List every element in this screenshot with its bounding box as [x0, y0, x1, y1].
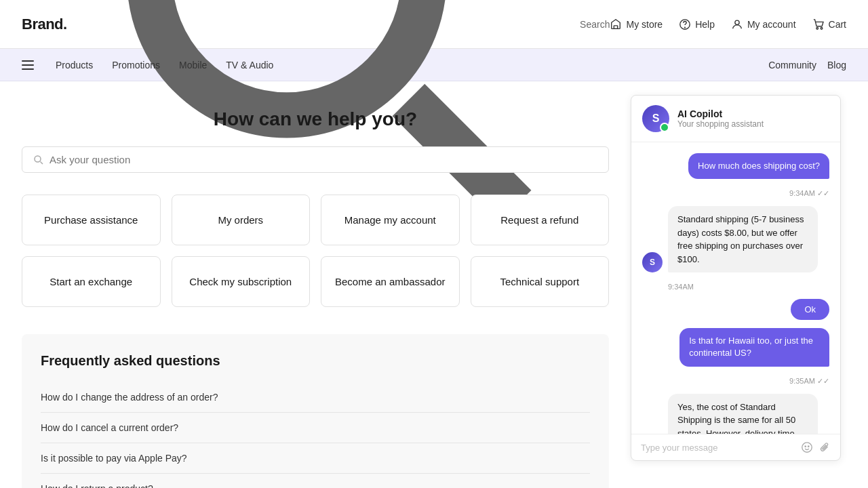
svg-point-5	[735, 20, 739, 24]
cart-icon	[812, 18, 825, 30]
svg-point-8	[35, 156, 41, 162]
navbar-item-products[interactable]: Products	[47, 56, 101, 75]
chat-header-info: AI Copilot Your shopping assistant	[677, 108, 764, 129]
online-badge	[660, 123, 669, 132]
store-icon	[610, 18, 622, 30]
attachment-icon	[818, 441, 831, 453]
header: Brand. Search My store Help	[0, 0, 868, 49]
bot-message-2: Standard shipping (5-7 business days) co…	[668, 206, 818, 272]
chat-messages: How much does shipping cost? 9:34AM ✓✓ S…	[631, 142, 840, 434]
svg-point-4	[685, 27, 686, 28]
page-title: How can we help you?	[22, 108, 609, 130]
attachment-button[interactable]	[818, 441, 831, 453]
navbar-items: Products Promotions Mobile TV & Audio	[47, 56, 281, 75]
my-account-label: My account	[747, 19, 796, 30]
faq-item-2[interactable]: Is it possible to pay via Apple Pay?	[41, 443, 590, 474]
topic-start-an-exchange[interactable]: Start an exchange	[22, 256, 161, 307]
user-message-4-time: 9:35AM ✓✓	[642, 377, 829, 386]
cart-label: Cart	[829, 19, 846, 30]
bot-message-2-time: 9:34AM	[668, 283, 829, 291]
faq-item-3[interactable]: How do I return a product?	[41, 474, 590, 488]
navbar-community[interactable]: Community	[768, 60, 816, 70]
agent-name: AI Copilot	[677, 108, 764, 119]
question-input[interactable]	[50, 154, 597, 165]
svg-point-11	[805, 446, 806, 447]
question-search-bar[interactable]	[22, 146, 609, 173]
faq-title: Frequently asked questions	[41, 353, 590, 369]
topic-grid: Purchase assistance My orders Manage my …	[22, 195, 609, 307]
agent-subtitle: Your shopping assistant	[677, 119, 764, 129]
topic-request-a-refund[interactable]: Request a refund	[471, 195, 610, 245]
chat-header: S AI Copilot Your shopping assistant	[631, 96, 840, 142]
navbar-item-tv-audio[interactable]: TV & Audio	[218, 56, 281, 75]
user-message-4: Is that for Hawaii too, or just the cont…	[679, 328, 829, 366]
chat-panel: S AI Copilot Your shopping assistant How…	[631, 95, 841, 461]
bot-avatar: S	[642, 252, 663, 272]
chat-avatar: S	[642, 105, 669, 132]
main-content: How can we help you? Purchase assistance…	[0, 81, 868, 488]
help-label: Help	[695, 19, 715, 30]
topic-my-orders[interactable]: My orders	[172, 195, 311, 245]
svg-point-7	[821, 27, 823, 29]
topic-check-my-subscription[interactable]: Check my subscription	[172, 256, 311, 307]
user-message-1-time: 9:34AM ✓✓	[642, 189, 829, 198]
svg-point-12	[808, 446, 809, 447]
topic-become-an-ambassador[interactable]: Become an ambassador	[321, 256, 460, 307]
my-store-nav[interactable]: My store	[610, 18, 663, 30]
user-message-1: How much does shipping cost?	[688, 153, 829, 179]
header-right: My store Help My account Cart	[610, 18, 846, 30]
search-bar-icon	[33, 155, 44, 165]
faq-item-0[interactable]: How do I change the address of an order?	[41, 382, 590, 413]
brand-logo[interactable]: Brand.	[22, 16, 67, 33]
chat-input-row	[631, 434, 840, 460]
hamburger-menu[interactable]	[22, 60, 34, 70]
help-section: How can we help you? Purchase assistance…	[0, 81, 631, 488]
my-account-nav[interactable]: My account	[731, 18, 796, 30]
faq-section: Frequently asked questions How do I chan…	[22, 334, 609, 488]
cart-nav[interactable]: Cart	[812, 18, 846, 30]
ok-button[interactable]: Ok	[791, 299, 829, 320]
bot-message-5: Yes, the cost of Standard Shipping is th…	[668, 394, 818, 434]
navbar-item-mobile[interactable]: Mobile	[171, 56, 215, 75]
bot-message-2-row: S Standard shipping (5-7 business days) …	[642, 206, 829, 272]
navbar-blog[interactable]: Blog	[827, 60, 846, 70]
navbar-item-promotions[interactable]: Promotions	[104, 56, 168, 75]
faq-item-1[interactable]: How do I cancel a current order?	[41, 413, 590, 443]
help-nav[interactable]: Help	[679, 18, 715, 30]
topic-purchase-assistance[interactable]: Purchase assistance	[22, 195, 161, 245]
emoji-icon	[801, 441, 813, 453]
svg-rect-2	[614, 25, 618, 28]
chat-message-input[interactable]	[641, 443, 795, 453]
navbar-right: Community Blog	[768, 60, 846, 70]
help-icon	[679, 18, 691, 30]
search-label: Search	[580, 19, 610, 30]
emoji-button[interactable]	[801, 441, 813, 453]
topic-manage-my-account[interactable]: Manage my account	[321, 195, 460, 245]
svg-line-9	[41, 161, 43, 164]
account-icon	[731, 18, 743, 30]
topic-technical-support[interactable]: Technical support	[471, 256, 610, 307]
bot-message-5-row: S Yes, the cost of Standard Shipping is …	[642, 394, 829, 434]
svg-point-10	[802, 443, 812, 452]
svg-point-6	[816, 27, 818, 29]
my-store-label: My store	[626, 19, 663, 30]
